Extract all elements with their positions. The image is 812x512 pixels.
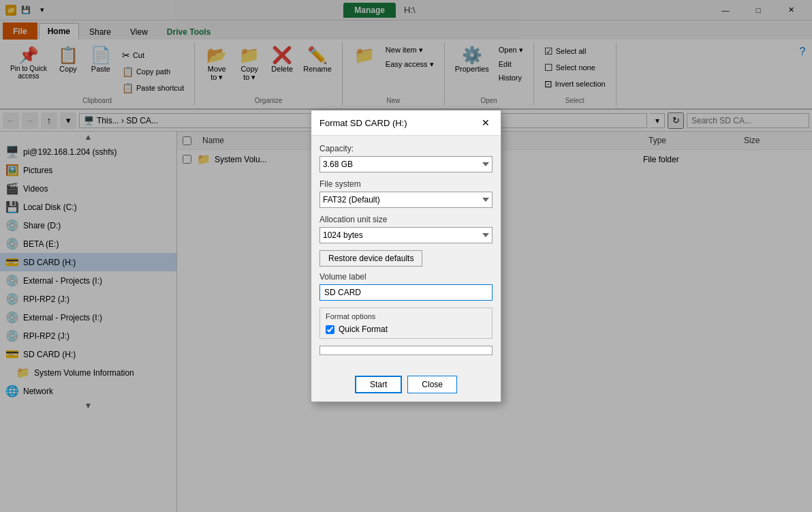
modal-title: Format SD CARD (H:) xyxy=(319,118,407,128)
allocation-select-wrapper: 1024 bytes xyxy=(319,227,493,243)
modal-close-btn[interactable]: ✕ xyxy=(479,116,493,130)
modal-close-footer-btn[interactable]: Close xyxy=(407,376,457,393)
capacity-label: Capacity: xyxy=(319,144,493,153)
modal-footer: Start Close xyxy=(311,370,501,402)
modal-body: Capacity: 3.68 GB File system FAT32 (Def… xyxy=(311,136,501,370)
format-options-label: Format options xyxy=(326,312,486,320)
format-dialog: Format SD CARD (H:) ✕ Capacity: 3.68 GB … xyxy=(311,110,501,402)
modal-title-bar: Format SD CARD (H:) ✕ xyxy=(311,110,501,136)
progress-bar xyxy=(319,346,493,355)
allocation-label: Allocation unit size xyxy=(319,215,493,224)
volume-label: Volume label xyxy=(319,272,493,282)
filesystem-select-wrapper: FAT32 (Default) xyxy=(319,192,493,208)
volume-input[interactable] xyxy=(319,284,493,301)
quick-format-row: Quick Format xyxy=(326,325,486,334)
volume-group: Volume label xyxy=(319,272,493,301)
capacity-select[interactable]: 3.68 GB xyxy=(319,156,493,172)
restore-defaults-btn[interactable]: Restore device defaults xyxy=(319,250,422,267)
filesystem-label: File system xyxy=(319,179,493,189)
allocation-group: Allocation unit size 1024 bytes xyxy=(319,215,493,243)
modal-overlay: Format SD CARD (H:) ✕ Capacity: 3.68 GB … xyxy=(0,0,812,512)
quick-format-label: Quick Format xyxy=(339,325,388,334)
filesystem-group: File system FAT32 (Default) xyxy=(319,179,493,208)
start-btn[interactable]: Start xyxy=(355,376,402,393)
filesystem-select[interactable]: FAT32 (Default) xyxy=(319,192,493,208)
capacity-group: Capacity: 3.68 GB xyxy=(319,144,493,172)
quick-format-checkbox[interactable] xyxy=(326,325,334,334)
allocation-select[interactable]: 1024 bytes xyxy=(319,227,493,243)
format-options-group: Format options Quick Format xyxy=(319,307,493,339)
capacity-select-wrapper: 3.68 GB xyxy=(319,156,493,172)
